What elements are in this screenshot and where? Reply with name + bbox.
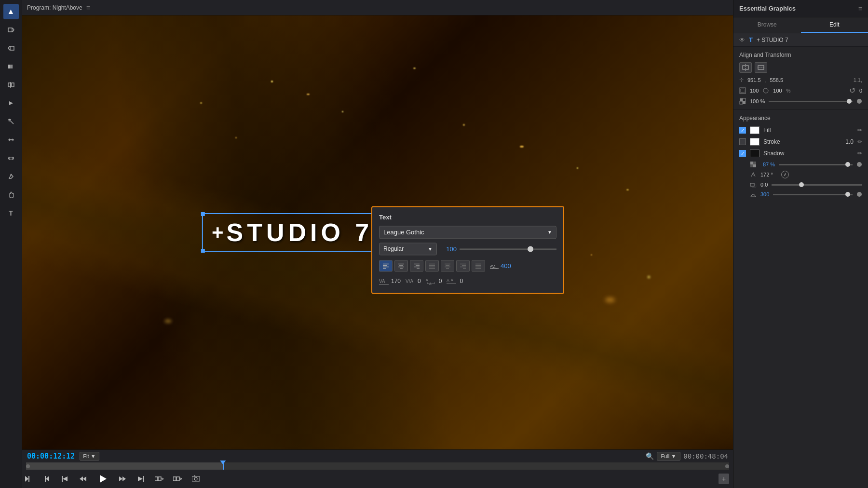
tab-edit[interactable]: Edit xyxy=(801,17,868,33)
shadow-angle-row: 172 ° xyxy=(739,171,862,178)
fill-row: ✓ Fill ✏ xyxy=(739,126,862,134)
rotation-value[interactable]: 0 xyxy=(859,88,862,94)
fill-edit-icon[interactable]: ✏ xyxy=(857,127,862,134)
slip-tool[interactable] xyxy=(3,132,19,148)
rate-stretch-tool[interactable] xyxy=(3,95,19,111)
svg-rect-0 xyxy=(8,28,12,32)
tracking-value[interactable]: 400 xyxy=(501,262,511,270)
current-timecode[interactable]: 00:00:12:12 xyxy=(27,452,75,461)
position-x[interactable]: 951.5 xyxy=(747,77,761,83)
go-to-in-btn[interactable] xyxy=(59,473,70,485)
layer-name[interactable]: + STUDIO 7 xyxy=(757,37,862,43)
playhead-line xyxy=(223,462,224,470)
shadow-opacity-slider[interactable] xyxy=(779,164,853,165)
step-back-btn[interactable] xyxy=(77,473,89,485)
shadow-spread-slider[interactable] xyxy=(773,194,853,195)
svg-rect-6 xyxy=(12,83,14,87)
justify-all-btn[interactable] xyxy=(472,260,485,271)
shadow-checkmark: ✓ xyxy=(741,151,745,156)
export-frame-btn[interactable] xyxy=(190,473,202,485)
monitor-menu-icon[interactable]: ≡ xyxy=(86,4,90,12)
font-size-slider[interactable] xyxy=(460,248,556,250)
zoom-icon[interactable]: 🔍 xyxy=(646,452,654,460)
video-text-overlay[interactable]: + STUDIO 7 xyxy=(202,213,382,252)
rolling-edit-tool[interactable] xyxy=(3,77,19,93)
align-left-btn[interactable] xyxy=(379,260,393,271)
shadow-spread-value[interactable]: 300 xyxy=(760,191,769,197)
shadow-angle-control[interactable] xyxy=(781,171,789,178)
svg-marker-51 xyxy=(46,476,49,482)
step-fwd-btn[interactable] xyxy=(117,473,128,485)
shadow-row: ✓ Shadow ✏ xyxy=(739,149,862,157)
go-to-out-btn[interactable] xyxy=(135,473,147,485)
corner-handle-bl[interactable] xyxy=(201,249,205,253)
pen-tool[interactable] xyxy=(3,169,19,184)
stroke-edit-icon[interactable]: ✏ xyxy=(857,138,862,145)
studio-text-box[interactable]: + STUDIO 7 xyxy=(202,213,382,252)
kerning-value[interactable]: 170 xyxy=(391,278,401,285)
type-tool[interactable]: T xyxy=(3,205,19,221)
slide-tool[interactable] xyxy=(3,150,19,166)
shadow-distance-slider[interactable] xyxy=(772,184,862,186)
stroke-color-swatch[interactable] xyxy=(750,138,760,146)
svg-rect-65 xyxy=(176,477,179,481)
justify-center-btn[interactable] xyxy=(441,260,454,271)
full-dropdown[interactable]: Full ▼ xyxy=(657,452,681,461)
mark-in-btn[interactable] xyxy=(22,473,34,485)
track-select-fwd-tool[interactable] xyxy=(3,22,19,38)
justify-left-btn[interactable] xyxy=(425,260,439,271)
shadow-distance-value[interactable]: 0.0 xyxy=(760,182,768,188)
font-size-value[interactable]: 100 xyxy=(440,245,457,253)
hand-tool[interactable] xyxy=(3,187,19,203)
end-timecode: 00:00:48:04 xyxy=(683,452,728,460)
track-select-bwd-tool[interactable] xyxy=(3,41,19,56)
ripple-edit-tool[interactable] xyxy=(3,59,19,74)
fill-color-swatch[interactable] xyxy=(750,126,760,134)
opacity-value[interactable]: 100 % xyxy=(750,98,765,104)
select-tool[interactable]: ▲ xyxy=(3,4,19,19)
baseline-value[interactable]: 0 xyxy=(460,278,463,285)
leading-value[interactable]: 0 xyxy=(439,278,442,285)
position-y[interactable]: 558.5 xyxy=(770,77,784,83)
panel-menu-icon[interactable]: ≡ xyxy=(858,5,862,13)
rotation-icon[interactable]: ↺ xyxy=(849,86,855,95)
shadow-checkbox[interactable]: ✓ xyxy=(739,150,746,157)
fit-dropdown[interactable]: Fit ▼ xyxy=(80,452,99,461)
scale-height[interactable]: 100 xyxy=(773,88,782,94)
play-btn[interactable] xyxy=(95,472,110,486)
stroke-row: Stroke 1.0 ✏ xyxy=(739,138,862,146)
align-horiz-center-btn[interactable] xyxy=(739,62,752,73)
shadow-edit-icon[interactable]: ✏ xyxy=(857,150,862,157)
va-value[interactable]: 0 xyxy=(418,278,421,285)
stroke-checkbox[interactable] xyxy=(739,138,746,145)
svg-marker-54 xyxy=(63,476,68,481)
kerning-item: VA 170 xyxy=(379,276,401,286)
insert-btn[interactable] xyxy=(153,473,165,485)
timeline-scrubber[interactable] xyxy=(26,462,729,470)
baseline-item: A A 0 xyxy=(447,276,463,286)
align-vert-center-btn[interactable] xyxy=(755,62,767,73)
fill-checkbox[interactable]: ✓ xyxy=(739,127,746,134)
font-dropdown[interactable]: League Gothic ▼ xyxy=(379,226,556,239)
layer-item: 👁 T + STUDIO 7 xyxy=(733,33,868,47)
align-center-btn[interactable] xyxy=(394,260,408,271)
razor-tool[interactable] xyxy=(3,114,19,129)
shadow-color-swatch[interactable] xyxy=(750,149,760,157)
scale-icon xyxy=(739,87,746,94)
align-right-btn[interactable] xyxy=(410,260,423,271)
shadow-opacity-value[interactable]: 87 % xyxy=(760,162,775,167)
style-dropdown[interactable]: Regular ▼ xyxy=(379,243,437,255)
layer-visibility-toggle[interactable]: 👁 xyxy=(739,37,745,43)
add-btn[interactable]: + xyxy=(719,474,729,484)
style-size-row: Regular ▼ 100 xyxy=(379,243,556,255)
stroke-value[interactable]: 1.0 xyxy=(845,138,854,145)
opacity-slider[interactable] xyxy=(769,101,853,102)
justify-right-btn[interactable] xyxy=(456,260,470,271)
scale-width[interactable]: 100 xyxy=(750,88,759,94)
shadow-angle-value[interactable]: 172 ° xyxy=(760,172,777,177)
overwrite-btn[interactable] xyxy=(172,473,183,485)
svg-rect-83 xyxy=(753,162,756,164)
video-container: + STUDIO 7 Text League Gothic ▼ Regular … xyxy=(22,15,733,449)
tab-browse[interactable]: Browse xyxy=(733,17,801,33)
mark-out-btn[interactable] xyxy=(41,473,52,485)
